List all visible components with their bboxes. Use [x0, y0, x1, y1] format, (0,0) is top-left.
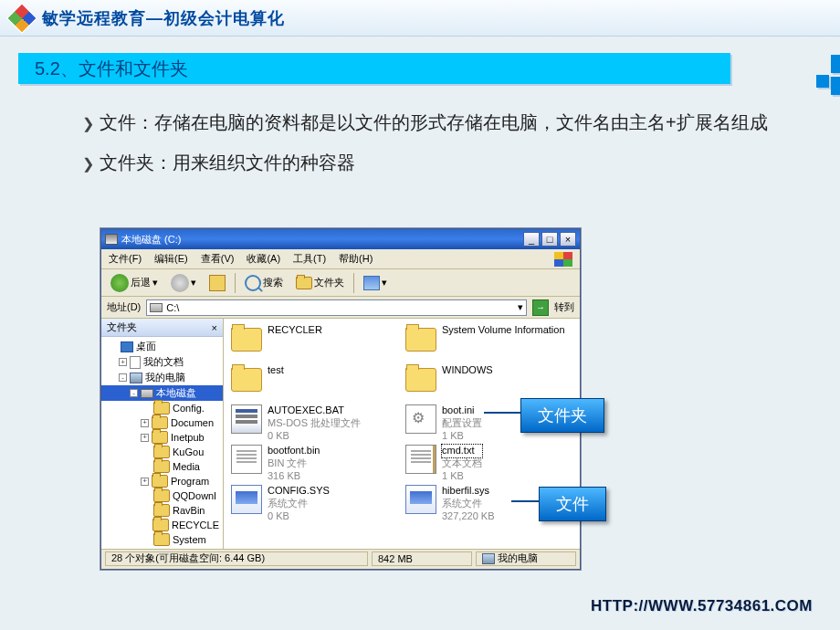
separator: [235, 273, 236, 293]
tree-item[interactable]: Media: [101, 459, 223, 474]
file-meta: 系统文件327,220 KB: [442, 498, 495, 523]
dropdown-icon[interactable]: ▾: [518, 301, 523, 313]
tree-item[interactable]: RECYCLE: [101, 518, 223, 532]
window-title: 本地磁盘 (C:): [121, 233, 181, 247]
tree-item[interactable]: -本地磁盘: [101, 385, 223, 401]
file-list-pane[interactable]: RECYCLERSystem Volume InformationtestWIN…: [224, 319, 580, 549]
bat-file-icon: [231, 404, 262, 434]
up-button[interactable]: [205, 273, 229, 293]
menu-fav[interactable]: 收藏(A): [247, 252, 280, 266]
address-bar: 地址(D) C:\ ▾ → 转到: [101, 297, 580, 319]
bin-file-icon: [231, 445, 262, 474]
file-item[interactable]: AUTOEXEC.BATMS-DOS 批处理文件0 KB: [231, 404, 398, 443]
menu-tools[interactable]: 工具(T): [293, 252, 326, 266]
tree-close-button[interactable]: ×: [212, 322, 217, 333]
tree-label: Media: [173, 461, 200, 472]
file-item[interactable]: WINDOWS: [405, 364, 572, 403]
file-meta: 配置设置1 KB: [442, 417, 482, 443]
tree-item[interactable]: QQDownl: [101, 488, 223, 503]
folder-icon: [152, 416, 168, 429]
folders-button[interactable]: 文件夹: [292, 274, 348, 291]
file-item[interactable]: bootfont.binBIN 文件316 KB: [231, 445, 398, 483]
footer-url: HTTP://WWW.57734861.COM: [591, 597, 813, 615]
search-button[interactable]: 搜索: [241, 273, 287, 293]
titlebar[interactable]: 本地磁盘 (C:) _ □ ×: [101, 229, 580, 249]
status-bar: 28 个对象(可用磁盘空间: 6.44 GB) 842 MB 我的电脑: [101, 549, 580, 567]
folder-icon: [405, 368, 436, 392]
address-label: 地址(D): [107, 300, 141, 314]
tree-item[interactable]: RavBin: [101, 503, 223, 518]
folder-icon: [153, 446, 170, 458]
folder-icon: [152, 519, 169, 531]
section-title: 5.2、文件和文件夹: [18, 53, 730, 84]
menu-view[interactable]: 查看(V): [201, 252, 235, 266]
tree-label: 桌面: [136, 340, 156, 353]
callout-file: 文件: [539, 487, 606, 521]
file-name: AUTOEXEC.BAT: [268, 404, 361, 417]
bullet-file: 文件：存储在电脑的资料都是以文件的形式存储在电脑，文件名由主名+扩展名组成: [82, 102, 785, 142]
menu-help[interactable]: 帮助(H): [339, 252, 373, 266]
tree-item[interactable]: +Program: [101, 474, 223, 488]
pc-icon: [482, 553, 495, 564]
go-label: 转到: [554, 300, 574, 314]
drive-icon: [150, 303, 163, 312]
tree-item[interactable]: +Documen: [101, 415, 223, 430]
tree-label: QQDownl: [173, 490, 216, 501]
status-location: 我的电脑: [476, 551, 576, 566]
tree-label: Inetpub: [171, 432, 205, 443]
tree-item[interactable]: -我的电脑: [101, 370, 223, 385]
tree-item[interactable]: KuGou: [101, 445, 223, 459]
folder-icon: [153, 460, 170, 473]
file-meta: BIN 文件316 KB: [268, 457, 320, 483]
tree-item[interactable]: +我的文档: [101, 354, 223, 370]
menu-edit[interactable]: 编辑(E): [154, 252, 188, 266]
forward-icon: [171, 274, 189, 292]
file-name: hiberfil.sys: [442, 485, 495, 498]
file-meta: 文本文档1 KB: [442, 457, 482, 483]
file-item[interactable]: CONFIG.SYS系统文件0 KB: [231, 485, 398, 523]
views-button[interactable]: ▾: [360, 274, 391, 292]
address-input[interactable]: C:\ ▾: [146, 299, 527, 316]
up-icon: [209, 275, 226, 291]
file-meta: 系统文件0 KB: [268, 498, 330, 523]
folder-icon: [153, 489, 170, 502]
app-header: 敏学远程教育—初级会计电算化: [0, 0, 840, 37]
status-objects: 28 个对象(可用磁盘空间: 6.44 GB): [105, 551, 368, 566]
tree-item[interactable]: 桌面: [101, 339, 223, 354]
tree-label: Program: [171, 476, 209, 487]
desktop-icon: [121, 341, 133, 352]
maximize-button[interactable]: □: [541, 232, 558, 247]
close-button[interactable]: ×: [560, 232, 576, 247]
pc-icon: [130, 373, 142, 383]
folder-icon: [231, 368, 262, 392]
tree-item[interactable]: System: [101, 532, 223, 547]
tree-label: 本地磁盘: [156, 386, 196, 400]
back-button[interactable]: 后退 ▾: [107, 272, 162, 294]
windows-flag-icon: [554, 252, 572, 267]
callout-folder: 文件夹: [520, 398, 604, 433]
file-item[interactable]: test: [231, 364, 398, 403]
file-item[interactable]: cmd.txt文本文档1 KB: [405, 445, 572, 483]
go-button[interactable]: →: [532, 299, 549, 316]
logo-icon: [6, 3, 37, 34]
document-icon: [130, 356, 141, 369]
folder-icon: [152, 431, 168, 444]
forward-button[interactable]: ▾: [167, 272, 200, 294]
tree-item[interactable]: +Inetpub: [101, 430, 223, 445]
tree-label: RavBin: [173, 505, 205, 516]
tree-label: Documen: [171, 417, 214, 428]
tree-body[interactable]: 桌面+我的文档-我的电脑-本地磁盘Config.+Documen+Inetpub…: [101, 337, 223, 549]
tree-label: Config.: [173, 403, 205, 414]
tree-header: 文件夹 ×: [101, 319, 223, 337]
tree-item[interactable]: Config.: [101, 401, 223, 415]
tree-label: 我的电脑: [145, 371, 185, 384]
bullet-folder: 文件夹：用来组织文件的种容器: [82, 142, 785, 183]
minimize-button[interactable]: _: [523, 232, 540, 247]
search-icon: [245, 275, 261, 291]
menubar: 文件(F) 编辑(E) 查看(V) 收藏(A) 工具(T) 帮助(H): [101, 249, 580, 269]
callout-line-folder: [484, 412, 520, 414]
folder-icon: [231, 328, 262, 352]
file-item[interactable]: System Volume Information: [405, 324, 572, 362]
menu-file[interactable]: 文件(F): [109, 252, 142, 266]
file-item[interactable]: RECYCLER: [231, 324, 398, 362]
